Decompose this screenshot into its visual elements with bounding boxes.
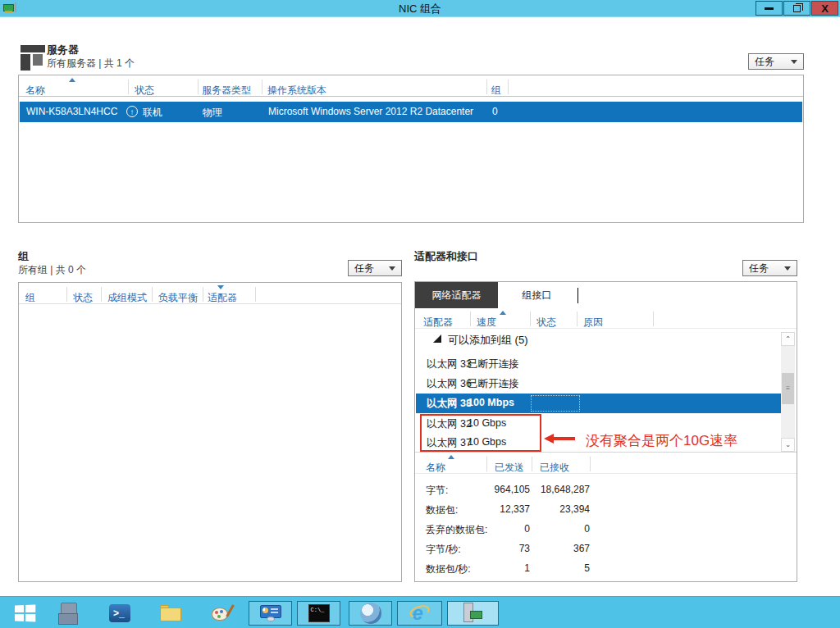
stat-received: 367 [532, 543, 590, 554]
folder-icon [160, 605, 181, 621]
server-manager-button[interactable] [54, 601, 84, 626]
col-status[interactable]: 状态 [536, 316, 556, 330]
titlebar: NIC 组合 X [0, 0, 840, 17]
teams-tasks-label: 任务 [354, 262, 374, 275]
adapter-speed: 已断开连接 [468, 377, 519, 391]
close-button[interactable]: X [811, 1, 838, 16]
computer-management-button[interactable] [249, 601, 292, 626]
adapter-row[interactable]: 以太网 33 已断开连接 [416, 354, 781, 374]
servers-table-header: 名称 状态 服务器类型 操作系统版本 组 [19, 75, 803, 97]
sort-asc-icon [500, 311, 506, 315]
annotation-text: 没有聚合是两个10G速率 [586, 431, 737, 450]
focus-rectangle [531, 395, 580, 412]
minimize-icon [765, 7, 774, 10]
col-stat-name[interactable]: 名称 [426, 461, 445, 475]
col-adapter[interactable]: 适配器 [423, 316, 453, 330]
group-expander-icon[interactable] [433, 334, 441, 343]
teams-table-header: 组 状态 成组模式 负载平衡 适配器 [19, 283, 401, 304]
col-reason[interactable]: 原因 [583, 316, 603, 330]
file-explorer-button[interactable] [156, 601, 185, 626]
col-os-version[interactable]: 操作系统版本 [267, 84, 326, 98]
col-adapters[interactable]: 适配器 [208, 291, 237, 305]
text-cursor [578, 288, 578, 303]
annotation-highlight-box [420, 414, 541, 452]
stat-sent: 0 [464, 523, 530, 535]
col-status[interactable]: 状态 [135, 84, 154, 98]
stat-row: 字节: 964,105 18,648,287 [415, 480, 797, 499]
adapter-name: 以太网 38 [427, 397, 472, 411]
servers-tasks-button[interactable]: 任务 [748, 53, 804, 70]
adapter-group-header[interactable]: 可以添加到组 (5) [448, 333, 528, 348]
nic-teaming-window-button[interactable] [447, 601, 499, 626]
servers-icon [21, 43, 47, 71]
stat-row: 数据包/秒: 1 5 [415, 558, 797, 578]
windows-logo-icon [15, 604, 35, 621]
annotation-arrow-icon [544, 434, 577, 444]
col-speed[interactable]: 速度 [477, 316, 496, 330]
tab-team-interfaces[interactable]: 组接口 [498, 282, 576, 308]
adapter-row-selected[interactable]: 以太网 38 100 Mbps [416, 394, 781, 413]
adapters-tasks-button[interactable]: 任务 [742, 260, 797, 276]
server-status: 联机 [143, 106, 162, 120]
adapter-row[interactable]: 以太网 36 已断开连接 [416, 374, 781, 394]
window-title: NIC 组合 [0, 2, 840, 16]
scroll-up-icon[interactable]: ⌃ [781, 332, 795, 346]
close-icon: X [821, 3, 829, 14]
computer-management-icon [260, 605, 281, 621]
col-status[interactable]: 状态 [73, 291, 93, 305]
adapters-panel: 网络适配器 组接口 适配器 速度 状态 原因 可以添加到组 (5) 以太网 33… [414, 281, 797, 582]
chevron-down-icon [784, 266, 791, 271]
internet-explorer-button[interactable]: e [397, 601, 442, 626]
scrollbar-thumb[interactable]: ≡ [782, 373, 794, 404]
restore-button[interactable] [783, 1, 810, 16]
qq-browser-button[interactable] [349, 601, 392, 626]
taskbar: >_ C:\_ e × × [0, 596, 840, 628]
adapters-table-header: 适配器 速度 状态 原因 [415, 308, 797, 329]
internet-explorer-icon: e [409, 603, 431, 624]
adapters-tabstrip: 网络适配器 组接口 [415, 282, 797, 308]
sort-asc-icon [69, 78, 75, 82]
sort-asc-icon [448, 455, 454, 459]
chevron-down-icon [389, 266, 395, 271]
stat-received: 18,648,287 [532, 484, 590, 495]
scroll-down-icon[interactable]: ⌄ [781, 438, 795, 452]
col-received[interactable]: 已接收 [540, 461, 569, 475]
server-row[interactable]: WIN-K58A3LN4HCC ↑ 联机 物理 Microsoft Window… [20, 102, 802, 122]
minimize-button[interactable] [756, 1, 783, 16]
servers-subtitle: 所有服务器 | 共 1 个 [47, 57, 135, 71]
start-button[interactable] [8, 601, 41, 626]
teams-tasks-button[interactable]: 任务 [348, 260, 402, 276]
col-name[interactable]: 名称 [25, 84, 45, 98]
stat-row: 数据包: 12,337 23,394 [415, 499, 797, 519]
servers-table: 名称 状态 服务器类型 操作系统版本 组 WIN-K58A3LN4HCC ↑ 联… [18, 75, 804, 223]
tab-network-adapters[interactable]: 网络适配器 [415, 282, 498, 308]
teams-table: 组 状态 成组模式 负载平衡 适配器 [18, 282, 402, 582]
sort-desc-icon [217, 285, 224, 289]
nic-teaming-icon [462, 603, 485, 624]
col-load-balancing[interactable]: 负载平衡 [158, 291, 198, 305]
qq-browser-icon [360, 603, 381, 624]
command-prompt-button[interactable]: C:\_ [297, 601, 340, 626]
stat-label: 字节: [426, 484, 448, 498]
paint-button[interactable] [207, 601, 236, 626]
stat-label: 字节/秒: [426, 543, 461, 557]
col-server-type[interactable]: 服务器类型 [202, 84, 251, 98]
paint-palette-icon [212, 604, 231, 622]
servers-title: 服务器 [47, 43, 79, 57]
col-teaming-mode[interactable]: 成组模式 [107, 291, 147, 305]
col-sent[interactable]: 已发送 [495, 461, 524, 475]
statistics-table: 名称 已发送 已接收 字节: 964,105 18,648,287 数据包: 1… [415, 452, 797, 581]
stat-row: 字节/秒: 73 367 [415, 539, 797, 558]
adapters-tasks-label: 任务 [749, 262, 769, 275]
stat-label: 数据包: [426, 503, 458, 517]
adapter-list-scrollbar[interactable]: ⌃ ≡ ⌄ [781, 332, 795, 452]
adapter-name: 以太网 33 [427, 357, 472, 371]
stat-received: 23,394 [532, 503, 590, 515]
col-team[interactable]: 组 [25, 291, 35, 305]
powershell-button[interactable]: >_ [105, 601, 135, 626]
server-team-count: 0 [492, 106, 498, 117]
online-up-icon: ↑ [126, 106, 138, 117]
col-team[interactable]: 组 [491, 84, 501, 98]
server-manager-icon [61, 603, 77, 624]
chevron-down-icon [791, 60, 797, 64]
